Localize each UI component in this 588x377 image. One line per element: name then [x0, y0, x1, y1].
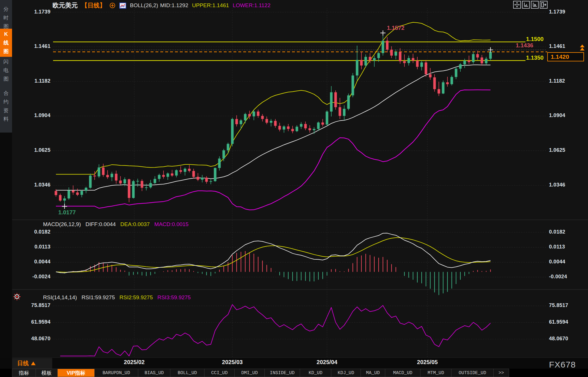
axis-tick-label: 61.9594 — [549, 319, 568, 325]
indicator-tab-inside_ud[interactable]: INSIDE_UD — [265, 369, 300, 377]
macd-title: MACD(26,12,9) — [43, 221, 81, 228]
rsi3-value: RSI3:59.9275 — [157, 294, 191, 301]
boll-indicator-label: BOLL(26,2) — [130, 2, 158, 9]
axis-tick-label: 0.0044 — [549, 259, 565, 265]
axis-tick-label: 0.0113 — [549, 244, 565, 250]
axis-tick-label: 1.1461 — [549, 43, 565, 49]
axis-tick-label: 1.0625 — [549, 147, 565, 153]
chart-toolbar — [513, 1, 548, 9]
price-up-arrows-icon — [580, 44, 585, 51]
support-price-label: 1.1350 — [526, 55, 544, 61]
indicator-tab-dmi_ud[interactable]: DMI_UD — [235, 369, 265, 377]
x-axis-month-label: 2025/03 — [209, 359, 255, 366]
sidebar-item-2[interactable]: K线图 — [0, 29, 12, 57]
rsi-title: RSI(14,14,14) — [43, 294, 77, 301]
x-axis-month-label: 2025/02 — [111, 359, 157, 366]
axis-tick-label: 0.0113 — [22, 244, 50, 250]
x-axis-play-button[interactable] — [531, 1, 539, 9]
pan-tool-button[interactable] — [513, 1, 521, 9]
indicator-tab-指标[interactable]: 指标 — [12, 369, 36, 377]
axis-tick-label: 61.9594 — [22, 319, 50, 325]
y-axis-scale-button[interactable] — [522, 1, 530, 9]
indicator-tab-macd_ud[interactable]: MACD_UD — [385, 369, 420, 377]
left-sidebar: 分时图K线图闪电图合约资料 — [0, 0, 12, 377]
axis-tick-label: 1.1739 — [549, 9, 565, 15]
price-chart-canvas[interactable] — [0, 0, 588, 377]
axis-tick-label: 1.0346 — [549, 182, 565, 188]
indicator-tab-mtm_ud[interactable]: MTM_UD — [420, 369, 451, 377]
crosshair-price-label: 1.1436 — [516, 42, 533, 49]
axis-tick-label: 1.1461 — [22, 43, 50, 49]
axis-tick-label: 0.0044 — [22, 259, 50, 265]
resistance-price-label: 1.1500 — [526, 36, 544, 42]
alert-alarm-icon[interactable] — [13, 292, 21, 302]
axis-tick-label: 0.0182 — [22, 229, 50, 235]
axis-tick-label: 1.1739 — [22, 9, 50, 15]
indicator-tab-kd_ud[interactable]: KD_UD — [300, 369, 331, 377]
exit-panel-button[interactable] — [540, 1, 548, 9]
indicator-tab-kdj_ud[interactable]: KDJ_UD — [331, 369, 361, 377]
axis-tick-label: 1.0625 — [22, 147, 50, 153]
bottom-strip — [0, 358, 588, 369]
swing-low-price-label: 1.0177 — [58, 209, 76, 216]
axis-tick-label: 1.0904 — [549, 112, 565, 118]
indicator-tab-bias_ud[interactable]: BIAS_UD — [138, 369, 170, 377]
rsi2-value: RSI2:59.9275 — [120, 294, 153, 301]
period-label: 日线 — [17, 359, 29, 367]
x-axis-month-label: 2025/04 — [304, 359, 350, 366]
axis-tick-label: -0.0024 — [22, 274, 50, 280]
axis-tick-label: 75.8517 — [549, 302, 568, 308]
watermark-logo: FX678 — [549, 360, 576, 370]
macd-macd-value: MACD:0.0015 — [154, 221, 188, 228]
period-selector[interactable]: 日线 — [17, 359, 36, 367]
current-price-box: 1.1420 — [547, 52, 584, 61]
axis-tick-label: 1.0346 — [22, 182, 50, 188]
indicator-tab-outside_ud[interactable]: OUTSIDE_UD — [451, 369, 494, 377]
add-compare-icon[interactable] — [109, 2, 116, 9]
macd-diff-value: DIFF:0.0044 — [85, 221, 116, 228]
axis-tick-label: 1.1182 — [22, 78, 50, 84]
indicator-tab-cci_ud[interactable]: CCI_UD — [205, 369, 235, 377]
rsi-panel-header: RSI(14,14,14) RSI1:59.9275 RSI2:59.9275 … — [43, 294, 191, 301]
period-dropdown-arrow-icon — [31, 362, 36, 365]
indicator-tab-boll_ud[interactable]: BOLL_UD — [170, 369, 205, 377]
indicator-tab-bar: 指标模板VIP指标BARUPDN_UDBIAS_UDBOLL_UDCCI_UDD… — [0, 369, 588, 377]
indicator-tab-barupdn_ud[interactable]: BARUPDN_UD — [95, 369, 138, 377]
swing-high-price-label: 1.1572 — [387, 25, 404, 31]
axis-tick-label: 1.0904 — [22, 112, 50, 118]
mini-chart-icon[interactable] — [119, 3, 126, 9]
x-axis-month-label: 2025/05 — [404, 359, 450, 366]
chart-header: 欧元美元 【日线】 BOLL(26,2) MID:1.1292 UPPER:1.… — [52, 0, 270, 11]
rsi1-value: RSI1:59.9275 — [81, 294, 115, 301]
sidebar-item-4[interactable]: 合约资料 — [0, 88, 12, 125]
macd-dea-value: DEA:0.0037 — [120, 221, 150, 228]
symbol-title: 欧元美元 — [52, 1, 78, 10]
more-tabs-button[interactable]: >> — [494, 369, 509, 377]
sidebar-item-3[interactable]: 闪电图 — [0, 56, 12, 84]
indicator-tab-模板[interactable]: 模板 — [36, 369, 58, 377]
axis-tick-label: 1.1182 — [549, 78, 565, 84]
boll-lower-value: LOWER:1.1122 — [233, 2, 270, 9]
boll-upper-value: UPPER:1.1461 — [192, 2, 229, 9]
axis-tick-label: 75.8517 — [22, 302, 50, 308]
axis-tick-label: 48.0670 — [549, 336, 568, 342]
axis-tick-label: 48.0670 — [22, 336, 50, 342]
sidebar-item-1[interactable]: 分时图 — [0, 4, 12, 32]
chart-application-window: 1.17391.17391.14611.14611.11821.11821.09… — [0, 0, 588, 377]
period-tag: 【日线】 — [81, 1, 106, 9]
axis-tick-label: -0.0024 — [549, 274, 567, 280]
indicator-tab-ma_ud[interactable]: MA_UD — [361, 369, 385, 377]
axis-tick-label: 0.0182 — [549, 229, 565, 235]
boll-mid-value: MID:1.1292 — [160, 2, 188, 9]
macd-panel-header: MACD(26,12,9) DIFF:0.0044 DEA:0.0037 MAC… — [43, 221, 188, 228]
indicator-tab-vip指标[interactable]: VIP指标 — [58, 369, 95, 377]
